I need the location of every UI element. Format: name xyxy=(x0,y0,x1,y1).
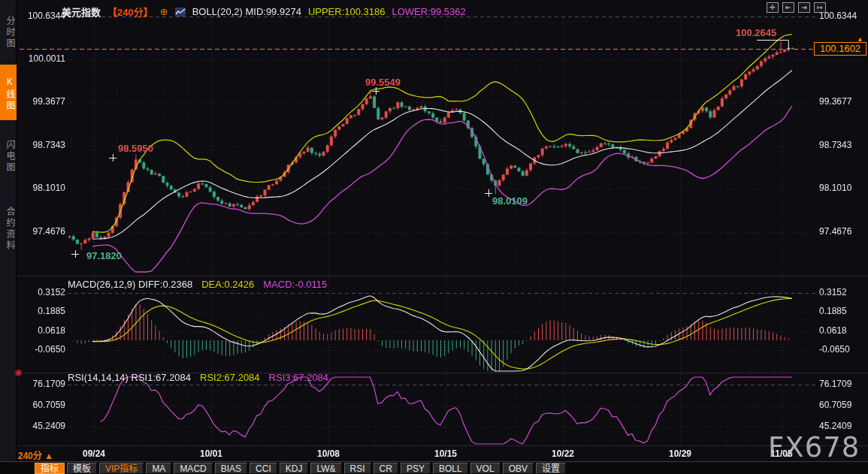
timeframe-selector[interactable]: 240分 ▲ xyxy=(18,448,53,461)
macd-axis-label: 0.0618 xyxy=(819,325,847,336)
crosshair-icon[interactable]: ✛ xyxy=(767,2,779,13)
date-tick: 10/01 xyxy=(200,448,222,459)
boll-lower-value: LOWER:99.5362 xyxy=(392,6,466,17)
main-axis-label: 97.4676 xyxy=(819,226,851,237)
macd-axis-label: -0.0650 xyxy=(819,344,850,355)
macd-axis-label: -0.0650 xyxy=(18,344,65,355)
rsi-header: RSI(14,14,14) RSI1:67.2084 RSI2:67.2084 … xyxy=(68,372,328,383)
date-tick: 09/24 xyxy=(83,448,105,459)
swing-high-label: 99.5549 xyxy=(365,77,401,88)
zoom-x-in-icon[interactable]: ⇥ xyxy=(798,2,810,13)
alert-icon[interactable]: ✺ xyxy=(14,367,23,379)
sidebar-item-kline[interactable]: K线图 xyxy=(0,65,17,120)
swing-high-label: 98.5950 xyxy=(118,143,153,154)
price-chart-canvas[interactable] xyxy=(0,0,868,474)
macd-axis-label: 0.1885 xyxy=(819,306,847,316)
chart-type-icon[interactable] xyxy=(175,8,186,17)
indicator-psy-button[interactable]: PSY xyxy=(401,463,431,474)
main-axis-label: 100.0011 xyxy=(18,53,65,64)
main-axis-label: 100.6344 xyxy=(18,11,65,21)
indicator-cr-button[interactable]: CR xyxy=(374,463,398,474)
indicator-rsi-button[interactable]: RSI xyxy=(344,463,371,474)
rsi-axis-label: 45.2409 xyxy=(18,421,65,431)
rsi2-value: RSI2:67.2084 xyxy=(200,372,260,383)
symbol-name: 美元指数 xyxy=(62,5,101,19)
macd-axis-label: 0.3152 xyxy=(819,287,847,297)
indicator-ma-button[interactable]: MA xyxy=(146,463,171,474)
swing-high-label: 100.2645 xyxy=(736,27,776,38)
left-sidebar: 分时图 K线图 闪电图 合约资料 xyxy=(0,0,17,474)
rsi-axis-label: 45.2409 xyxy=(819,421,851,431)
boll-mid-value: BOLL(20,2) MID:99.9274 xyxy=(192,6,301,17)
period-tag: 【240分】 xyxy=(107,5,153,19)
macd-hist-value: MACD:-0.0115 xyxy=(263,279,327,290)
boll-upper-value: UPPER:100.3186 xyxy=(308,6,386,17)
main-axis-label: 98.7343 xyxy=(819,140,851,150)
macd-dea-value: DEA:0.2426 xyxy=(201,279,254,290)
indicator-macd-button[interactable]: MACD xyxy=(174,463,212,474)
macd-axis-label: 0.0618 xyxy=(18,325,65,336)
indicator-boll-button[interactable]: BOLL xyxy=(433,463,468,474)
indicator-toolbar: 指标 模板 VIP指标 MA MACD BIAS CCI KDJ LW& RSI… xyxy=(0,461,868,474)
date-tick: 10/08 xyxy=(317,448,340,459)
chart-tools: ✛ ⇤ ⇥ ↦ xyxy=(767,2,826,13)
main-axis-label: 99.3677 xyxy=(819,96,851,107)
tab-indicators[interactable]: 指标 xyxy=(35,463,65,474)
chart-header: 美元指数 【240分】 ⊕ BOLL(20,2) MID:99.9274 UPP… xyxy=(62,5,466,19)
compare-icon[interactable]: ⊕ xyxy=(160,6,168,17)
chart-window: 分时图 K线图 闪电图 合约资料 ✺ 美元指数 【240分】 ⊕ BOLL(20… xyxy=(0,0,868,474)
macd-axis-label: 0.1885 xyxy=(18,306,65,316)
indicator-lwr-button[interactable]: LW& xyxy=(310,463,341,474)
main-axis-label: 98.1010 xyxy=(18,183,65,193)
swing-low-label: 98.0109 xyxy=(492,195,528,207)
rsi-axis-label: 60.7059 xyxy=(18,400,65,410)
fx678-watermark: FX678 xyxy=(768,431,860,463)
macd-header: MACD(26,12,9) DIFF:0.2368 DEA:0.2426 MAC… xyxy=(68,279,327,290)
rsi-axis-label: 76.1709 xyxy=(819,379,851,389)
tab-templates[interactable]: 模板 xyxy=(67,463,97,474)
tab-vip-indicators[interactable]: VIP指标 xyxy=(99,463,144,474)
rsi3-value: RSI3:67.2084 xyxy=(269,372,329,383)
date-tick: 10/15 xyxy=(434,448,457,459)
indicator-kdj-button[interactable]: KDJ xyxy=(280,463,309,474)
last-price-box: 100.1602 xyxy=(814,42,866,56)
rsi-axis-label: 76.1709 xyxy=(18,379,65,389)
indicator-bias-button[interactable]: BIAS xyxy=(215,463,247,474)
macd-diff-value: MACD(26,12,9) DIFF:0.2368 xyxy=(68,279,192,290)
swing-low-label: 97.1820 xyxy=(86,250,122,261)
main-axis-label: 98.7343 xyxy=(18,140,65,150)
macd-axis-label: 0.3152 xyxy=(18,287,65,297)
price-up-arrow-icon: ▲ xyxy=(857,35,863,43)
rsi1-value: RSI(14,14,14) RSI1:67.2084 xyxy=(68,372,191,383)
main-axis-label: 99.3677 xyxy=(18,96,65,107)
sidebar-item-contract-info[interactable]: 合约资料 xyxy=(0,191,17,264)
indicator-cci-button[interactable]: CCI xyxy=(250,463,277,474)
goto-latest-icon[interactable]: ↦ xyxy=(814,2,826,13)
sidebar-item-timeshare[interactable]: 分时图 xyxy=(0,5,17,57)
date-tick: 10/29 xyxy=(669,448,691,459)
indicator-vol-button[interactable]: VOL xyxy=(470,463,501,474)
sidebar-item-flash[interactable]: 闪电图 xyxy=(0,128,17,182)
settings-button[interactable]: 设置 xyxy=(536,463,566,474)
main-axis-label: 97.4676 xyxy=(18,226,65,237)
main-axis-label: 98.1010 xyxy=(819,183,851,193)
date-tick: 10/22 xyxy=(552,448,574,459)
rsi-axis-label: 60.7059 xyxy=(819,400,851,410)
zoom-x-out-icon[interactable]: ⇤ xyxy=(782,2,794,13)
indicator-obv-button[interactable]: OBV xyxy=(503,463,534,474)
